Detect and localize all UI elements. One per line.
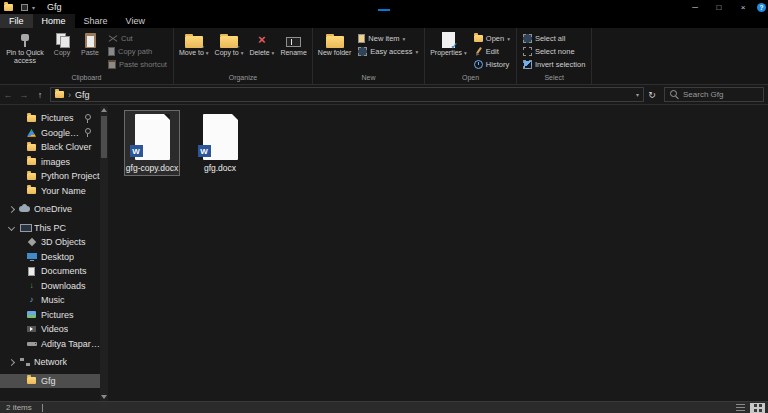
sidebar-item-images[interactable]: images [0,155,100,170]
help-icon[interactable]: ? [757,3,766,12]
ribbon-group-select: Select all Select none Invert selection … [517,28,592,84]
chevron-right-icon[interactable] [8,359,15,366]
open-folder-icon [474,35,483,42]
rename-button[interactable]: Rename [278,30,308,73]
new-item-button[interactable]: New item ▾ [355,33,421,44]
address-dropdown-icon[interactable]: ▾ [636,91,639,98]
sidebar-item-google-drive[interactable]: Google Drive [0,126,100,141]
history-button[interactable]: History [471,59,513,70]
qat-dropdown-icon[interactable]: ▾ [32,4,35,11]
address-breadcrumb[interactable]: › Gfg ▾ [50,87,644,102]
sidebar-item-label: Black Clover [41,142,92,152]
new-item-icon [358,34,365,43]
sidebar-item-python-project[interactable]: Python Project [0,169,100,184]
maximize-button[interactable]: □ [707,0,731,14]
cut-label: Cut [121,34,133,43]
scroll-up-icon[interactable] [100,106,108,114]
new-folder-label: New folder [318,49,351,57]
copy-path-button[interactable]: Copy path [105,46,170,57]
quick-access-toolbar-icon[interactable] [21,4,28,11]
properties-button[interactable]: ✓ Properties ▾ [428,30,469,73]
chevron-down-icon[interactable] [8,224,15,231]
sidebar-item-label: Documents [41,266,87,276]
sidebar-item-videos[interactable]: Videos [0,322,100,337]
up-button[interactable]: ↑ [32,90,48,100]
sidebar-item-downloads[interactable]: ↓ Downloads [0,279,100,294]
pin-label: Pin to Quick access [5,49,45,65]
copy-button[interactable]: Copy [49,30,75,73]
tab-file[interactable]: File [0,14,33,28]
dropdown-icon: ▾ [415,49,418,55]
search-input[interactable] [683,90,758,99]
properties-label: Properties ▾ [430,49,467,57]
minimize-button[interactable]: ─ [683,0,707,14]
invert-selection-button[interactable]: Invert selection [520,59,588,70]
chevron-right-icon[interactable] [8,206,15,213]
refresh-icon[interactable]: ↻ [644,90,660,100]
paste-shortcut-button[interactable]: Paste shortcut [105,59,170,70]
back-button[interactable]: ← [0,90,16,100]
onedrive-cloud-icon [19,206,30,212]
sidebar-item-music[interactable]: ♪ Music [0,293,100,308]
close-button[interactable]: × [731,0,755,14]
new-folder-button[interactable]: New folder [316,30,353,73]
sidebar-item-documents[interactable]: Documents [0,264,100,279]
folder-icon [27,144,36,151]
forward-button[interactable]: → [16,90,32,100]
sidebar-item-this-pc[interactable]: This PC [0,221,100,236]
sidebar-item-onedrive[interactable]: OneDrive [0,202,100,217]
word-logo-badge: W [130,145,143,157]
details-view-button[interactable] [733,403,748,413]
file-gfg-docx[interactable]: W gfg.docx [192,110,248,176]
open-button[interactable]: Open ▾ [471,33,513,44]
titlebar: ▾ Gfg ─ □ × ? [0,0,768,14]
tab-share[interactable]: Share [75,14,117,28]
file-name: gfg.docx [204,163,236,173]
sidebar-item-network[interactable]: Network [0,355,100,370]
edit-label: Edit [486,47,499,56]
sidebar-item-your-name[interactable]: Your Name [0,184,100,199]
network-icon [20,358,30,366]
dropdown-icon: ▾ [272,50,275,56]
move-to-button[interactable]: → Move to ▾ [177,30,211,73]
sidebar-item-pictures[interactable]: Pictures [0,111,100,126]
copy-to-button[interactable]: → Copy to ▾ [213,30,246,73]
select-none-button[interactable]: Select none [520,46,588,57]
group-label-clipboard: Clipboard [3,73,170,84]
delete-button[interactable]: × Delete ▾ [247,30,276,73]
ribbon-tab-row: File Home Share View [0,14,768,28]
tab-home[interactable]: Home [33,14,75,28]
easy-access-button[interactable]: Easy access ▾ [355,46,421,57]
search-box[interactable] [664,87,764,102]
select-all-button[interactable]: Select all [520,33,588,44]
dropdown-icon: ▾ [206,50,209,56]
documents-icon [28,267,35,276]
sidebar-item-label: Downloads [41,281,86,291]
pin-to-quick-access-button[interactable]: Pin to Quick access [3,30,47,73]
sidebar-scrollbar[interactable] [100,106,108,401]
sidebar-item-desktop[interactable]: Desktop [0,250,100,265]
breadcrumb-chevron-icon: › [68,90,71,100]
sidebar-item-pictures-pc[interactable]: Pictures [0,308,100,323]
sidebar-item-gfg[interactable]: Gfg [0,374,100,389]
sidebar-item-black-clover[interactable]: Black Clover [0,140,100,155]
edit-button[interactable]: Edit [471,46,513,57]
sidebar-item-3d-objects[interactable]: 3D Objects [0,235,100,250]
scroll-down-icon[interactable] [100,393,108,401]
navigation-pane: Pictures Google Drive Black Clover image… [0,106,100,401]
paste-button[interactable]: Paste [77,30,103,73]
new-folder-icon [326,36,344,48]
file-gfg-copy-docx[interactable]: W gfg-copy.docx [124,110,180,176]
sidebar-item-label: Videos [41,324,68,334]
tab-view[interactable]: View [117,14,154,28]
thumbnail-view-button[interactable] [750,403,765,413]
sidebar-item-label: Music [41,295,65,305]
breadcrumb-folder[interactable]: Gfg [75,90,90,100]
this-pc-icon [20,224,30,232]
sidebar-item-c-drive[interactable]: Aditya Taparia (C:) [0,337,100,352]
list-view-icon [736,404,745,411]
folder-icon [55,91,64,98]
cut-button[interactable]: Cut [105,33,170,44]
pencil-icon [474,47,483,56]
scrollbar-thumb[interactable] [101,116,107,158]
